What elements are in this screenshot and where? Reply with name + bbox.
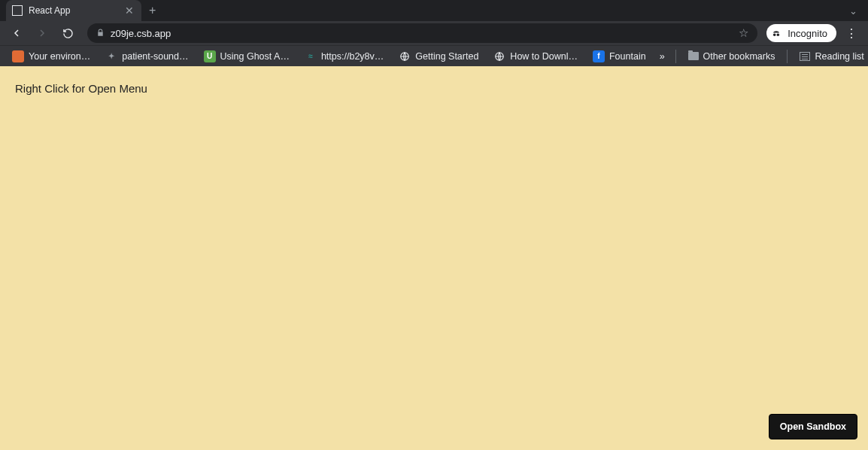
bookmark-overflow-button[interactable]: » (655, 51, 669, 62)
page-content[interactable]: Right Click for Open Menu Open Sandbox (0, 66, 868, 450)
svg-point-1 (777, 34, 780, 37)
separator (675, 50, 676, 63)
globe-icon (399, 50, 411, 62)
browser-toolbar: z09je.csb.app ☆ Incognito ⋮ (0, 21, 868, 45)
reload-button[interactable] (57, 23, 78, 44)
bookmark-item[interactable]: ≈ https://b2y8v… (299, 48, 390, 65)
address-bar[interactable]: z09je.csb.app ☆ (87, 23, 757, 43)
bookmark-favicon-icon: ✦ (105, 50, 117, 62)
other-bookmarks-label: Other bookmarks (703, 51, 775, 62)
reading-list-label: Reading list (815, 51, 863, 62)
incognito-label: Incognito (788, 28, 827, 39)
incognito-icon (769, 26, 783, 40)
other-bookmarks-button[interactable]: Other bookmarks (682, 49, 782, 64)
reading-list-icon (800, 52, 810, 61)
folder-icon (688, 52, 699, 60)
page-body-text: Right Click for Open Menu (15, 82, 147, 95)
bookmark-favicon-icon: ≈ (305, 50, 317, 62)
browser-menu-button[interactable]: ⋮ (841, 26, 862, 41)
bookmark-label: Getting Started (415, 51, 478, 62)
bookmark-label: How to Downl… (510, 51, 578, 62)
svg-point-0 (773, 34, 776, 37)
bookmark-favicon-icon: U (204, 50, 216, 62)
bookmark-item[interactable]: f Fountain (587, 48, 652, 65)
tab-bar: React App ✕ + ⌄ (0, 0, 868, 21)
bookmark-favicon-icon: f (593, 50, 605, 62)
back-button[interactable] (6, 23, 27, 44)
open-sandbox-button[interactable]: Open Sandbox (769, 414, 857, 439)
forward-button[interactable] (32, 23, 53, 44)
bookmark-favicon-icon (12, 50, 24, 62)
url-text: z09je.csb.app (111, 28, 733, 39)
tab-favicon-icon (12, 5, 23, 16)
bookmark-label: Using Ghost A… (220, 51, 290, 62)
lock-icon (96, 29, 105, 38)
new-tab-button[interactable]: + (141, 4, 163, 17)
reading-list-button[interactable]: Reading list (794, 49, 868, 64)
bookmark-item[interactable]: U Using Ghost A… (198, 48, 296, 65)
bookmark-label: Fountain (609, 51, 646, 62)
incognito-indicator[interactable]: Incognito (766, 24, 836, 42)
tab-title: React App (29, 5, 119, 16)
bookmark-item[interactable]: How to Downl… (487, 48, 584, 65)
bookmark-item[interactable]: Your environ… (6, 48, 96, 65)
bookmark-item[interactable]: ✦ patient-sound… (99, 48, 194, 65)
separator (787, 50, 788, 63)
bookmark-item[interactable]: Getting Started (393, 48, 484, 65)
browser-tab[interactable]: React App ✕ (6, 0, 141, 21)
close-tab-icon[interactable]: ✕ (125, 5, 134, 17)
bookmark-label: patient-sound… (122, 51, 188, 62)
bookmark-label: https://b2y8v… (321, 51, 384, 62)
window-caret-icon[interactable]: ⌄ (849, 5, 868, 17)
globe-icon (493, 50, 505, 62)
bookmark-label: Your environ… (29, 51, 90, 62)
bookmark-bar: Your environ… ✦ patient-sound… U Using G… (0, 45, 868, 66)
bookmark-star-icon[interactable]: ☆ (739, 26, 748, 40)
